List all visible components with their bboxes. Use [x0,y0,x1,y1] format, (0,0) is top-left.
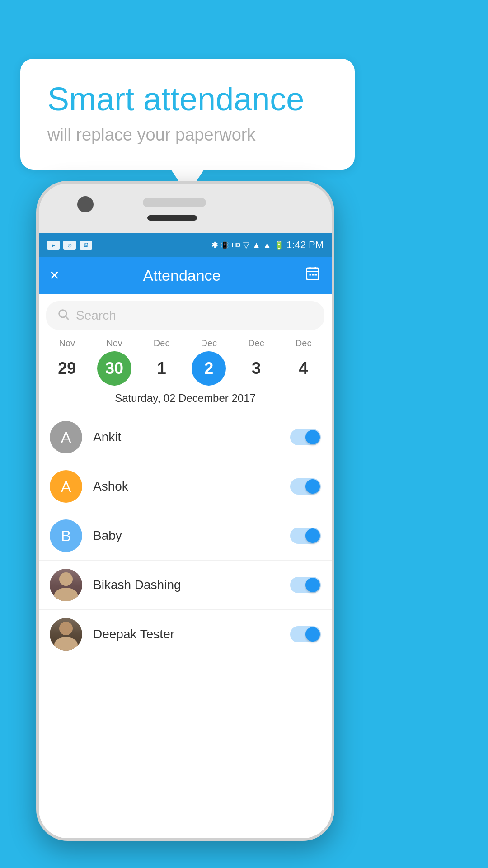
svg-rect-6 [315,274,317,276]
date-number[interactable]: 4 [286,351,321,386]
wifi-icon: ▽ [243,240,249,250]
date-month: Nov [59,338,75,349]
avatar: B [50,519,82,552]
signal1-icon: ▲ [252,241,260,250]
attendance-toggle[interactable] [290,577,321,593]
svg-point-7 [59,310,66,317]
svg-rect-4 [310,274,312,276]
avatar [50,569,82,601]
status-icons-right: ✱ 📳 HD ▽ ▲ ▲ 🔋 1:42 PM [211,239,324,251]
date-number[interactable]: 29 [50,351,84,386]
date-item[interactable]: Nov30 [94,338,135,386]
speech-bubble: Smart attendance will replace your paper… [20,59,355,170]
svg-line-8 [66,316,69,319]
date-item[interactable]: Dec3 [236,338,277,386]
phone-side-button [332,319,334,355]
person-name: Ashok [93,479,279,494]
search-placeholder: Search [76,308,116,323]
photos-icon: 🖼 [80,241,92,250]
date-item[interactable]: Dec4 [283,338,324,386]
status-time: 1:42 PM [286,239,324,251]
date-month: Dec [154,338,170,349]
date-number[interactable]: 30 [97,351,131,386]
status-icons-left: ▶ ◎ 🖼 [47,241,92,250]
date-item[interactable]: Dec1 [141,338,182,386]
date-month: Nov [106,338,122,349]
signal2-icon: ▲ [263,241,271,250]
attendance-toggle[interactable] [290,478,321,495]
attendance-toggle[interactable] [290,528,321,544]
close-button[interactable]: × [50,266,59,285]
battery-icon: 🔋 [274,240,284,250]
attendance-item: Deepak Tester [39,610,332,659]
attendance-toggle[interactable] [290,429,321,445]
attendance-item: BBaby [39,511,332,561]
phone-frame: ▶ ◎ 🖼 ✱ 📳 HD ▽ ▲ ▲ 🔋 1:42 PM × Attendanc… [36,181,334,841]
hd-badge: HD [231,241,240,249]
date-item[interactable]: Dec2 [188,338,229,386]
youtube-icon: ▶ [47,241,60,250]
header-title: Attendance [143,267,221,284]
person-name: Deepak Tester [93,627,279,642]
phone-home-button [147,215,197,221]
search-bar[interactable]: Search [46,301,324,330]
vibrate-icon: 📳 [221,241,229,249]
camera-icon: ◎ [63,241,76,250]
person-name: Bikash Dashing [93,578,279,592]
calendar-icon[interactable] [305,265,321,285]
avatar: A [50,421,82,453]
date-month: Dec [201,338,217,349]
person-name: Baby [93,528,279,543]
attendance-item: AAshok [39,462,332,511]
date-month: Dec [248,338,264,349]
date-strip: Nov29Nov30Dec1Dec2Dec3Dec4 [39,334,332,387]
search-icon [57,308,70,324]
date-month: Dec [296,338,312,349]
avatar: A [50,470,82,503]
date-number[interactable]: 1 [145,351,179,386]
date-number[interactable]: 2 [192,351,226,386]
phone-camera [77,196,94,212]
status-bar: ▶ ◎ 🖼 ✱ 📳 HD ▽ ▲ ▲ 🔋 1:42 PM [39,233,332,257]
app-header: × Attendance [39,257,332,294]
date-number[interactable]: 3 [239,351,273,386]
selected-date-label: Saturday, 02 December 2017 [39,387,332,413]
bubble-subtitle: will replace your paperwork [47,125,328,145]
attendance-item: Bikash Dashing [39,561,332,610]
attendance-item: AAnkit [39,413,332,462]
attendance-list: AAnkitAAshokBBabyBikash DashingDeepak Te… [39,413,332,659]
bubble-title: Smart attendance [47,81,328,117]
phone-speaker [143,198,206,207]
date-item[interactable]: Nov29 [47,338,87,386]
phone-screen: ▶ ◎ 🖼 ✱ 📳 HD ▽ ▲ ▲ 🔋 1:42 PM × Attendanc… [39,233,332,838]
attendance-toggle[interactable] [290,626,321,642]
svg-rect-5 [312,274,314,276]
avatar [50,618,82,651]
person-name: Ankit [93,430,279,444]
bluetooth-icon: ✱ [211,240,218,250]
